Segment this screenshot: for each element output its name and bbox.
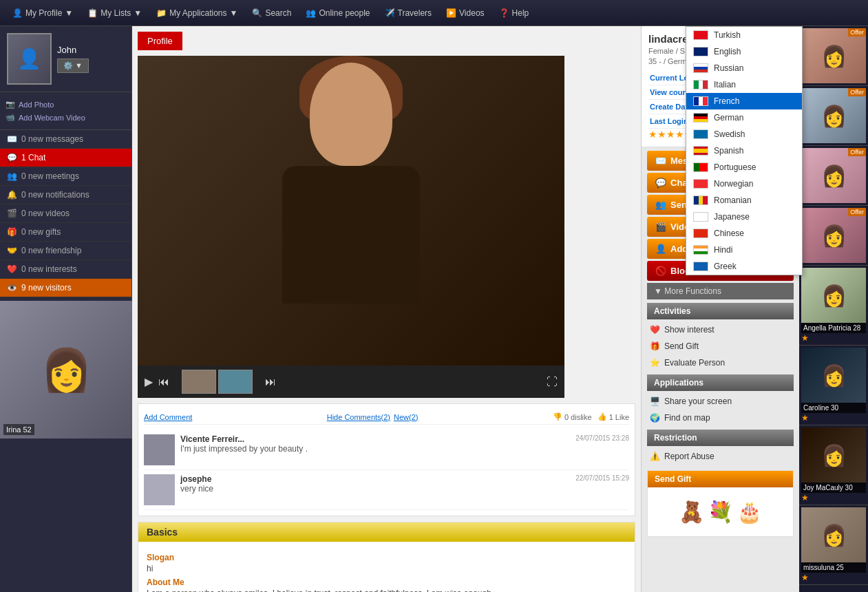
slogan-label: Slogan (147, 553, 626, 562)
lang-romanian[interactable]: Romanian (686, 192, 802, 209)
ad-item-5[interactable]: 👩 Angella Patricia 28 ★ (799, 266, 868, 346)
play-button[interactable]: ▶ (145, 375, 153, 388)
lang-turkish[interactable]: Turkish (686, 27, 802, 43)
ad-label-6: Caroline 30 (801, 403, 866, 413)
more-functions-bar[interactable]: ▼ More Functions (647, 283, 794, 299)
ad-item-8[interactable]: 👩 missuluna 25 ★ (799, 505, 868, 585)
sidebar-videos[interactable]: 🎬 0 new videos (0, 204, 131, 223)
nav-search[interactable]: 🔍 Search (246, 6, 297, 21)
lang-italian[interactable]: Italian (686, 76, 802, 93)
skip-forward-button[interactable]: ⏭ (265, 376, 276, 388)
thumbnail-strip (182, 370, 253, 394)
flag-french (693, 96, 708, 106)
sidebar-actions: 📷 Add Photo 📹 Add Webcam Video (0, 92, 131, 130)
ad-item-4[interactable]: 👩 Offer (799, 206, 868, 266)
sidebar-friendship[interactable]: 🤝 0 new friendship (0, 242, 131, 260)
skip-back-button[interactable]: ⏮ (158, 376, 169, 388)
nav-travelers[interactable]: ✈️ Travelers (379, 6, 438, 21)
sidebar-messages[interactable]: ✉️ 0 new messages (0, 130, 131, 149)
share-screen-item[interactable]: 🖥️ Share your screen (642, 393, 799, 410)
gift-item-2[interactable]: 💐 (708, 500, 733, 524)
lang-german[interactable]: German (686, 109, 802, 126)
language-dropdown: Turkish English Russian Italian French G… (686, 26, 803, 275)
ad-photo-4: 👩 (801, 208, 866, 263)
sidebar-chat[interactable]: 💬 1 Chat (0, 149, 131, 167)
ad-item-1[interactable]: 👩 Offer (799, 26, 868, 86)
find-on-map-item[interactable]: 🌍 Find on map (642, 410, 799, 426)
gifts-icon: 🎁 (7, 227, 17, 237)
new-comments-link[interactable]: New(2) (394, 413, 418, 421)
thumb-2[interactable] (218, 370, 253, 394)
like-button[interactable]: 👍 1 Like (597, 412, 629, 421)
sidebar-photo[interactable]: 👩 Irina 52 (0, 301, 131, 438)
add-photo-link[interactable]: 📷 Add Photo (6, 98, 126, 111)
profile-tab[interactable]: Profile (138, 32, 182, 50)
comment-section: Add Comment Hide Comments(2) New(2) 👎 0 … (138, 403, 635, 516)
flag-russian (693, 63, 708, 73)
settings-button[interactable]: ⚙️ ▼ (57, 59, 89, 73)
nav-my-lists[interactable]: 📋 My Lists ▼ (82, 6, 147, 21)
gift-icons: 🧸 💐 🎂 (653, 493, 787, 531)
nav-my-applications[interactable]: 📁 My Applications ▼ (151, 6, 243, 21)
video-area: ▶ ⏮ ⏭ ⛶ (138, 56, 564, 398)
nav-help[interactable]: ❓ Help (494, 6, 535, 21)
gift-item-1[interactable]: 🧸 (679, 500, 704, 524)
show-interest-item[interactable]: ❤️ Show interest (642, 321, 799, 338)
fullscreen-button[interactable]: ⛶ (547, 376, 558, 388)
gift-item-3[interactable]: 🎂 (737, 500, 762, 524)
ad-item-6[interactable]: 👩 Caroline 30 ★ (799, 346, 868, 425)
evaluate-person-item[interactable]: ⭐ Evaluate Person (642, 355, 799, 371)
nav-videos[interactable]: ▶️ Videos (441, 6, 489, 21)
lang-french[interactable]: French (686, 93, 802, 109)
sidebar-menu: ✉️ 0 new messages 💬 1 Chat 👥 0 new meeti… (0, 130, 131, 297)
lang-portuguese[interactable]: Portuguese (686, 159, 802, 176)
sidebar-gifts[interactable]: 🎁 0 new gifts (0, 223, 131, 242)
lang-swedish[interactable]: Swedish (686, 126, 802, 142)
flag-english (693, 47, 708, 56)
sidebar-interests[interactable]: ❤️ 0 new interests (0, 260, 131, 279)
sidebar-person-photo: 👩 (0, 301, 132, 438)
friendship-icon: 🤝 (7, 246, 17, 255)
lang-hindi[interactable]: Hindi (686, 242, 802, 258)
flag-chinese (693, 229, 708, 238)
sidebar-visitors[interactable]: 👁️ 9 new visitors (0, 279, 131, 297)
sidebar-notifications[interactable]: 🔔 0 new notifications (0, 186, 131, 204)
send-gift-item[interactable]: 🎁 Send Gift (642, 338, 799, 355)
lang-english[interactable]: English (686, 43, 802, 60)
lang-norwegian[interactable]: Norwegian (686, 176, 802, 192)
ad-label-5: Angella Patricia 28 (801, 323, 866, 333)
evaluate-icon: ⭐ (650, 358, 660, 368)
hide-comments-link[interactable]: Hide Comments(2) (327, 413, 390, 421)
send-gift-box: Send Gift 🧸 💐 🎂 (647, 470, 794, 537)
add-friend-btn-icon: 👤 (655, 244, 666, 254)
sidebar-photo-label: Irina 52 (3, 424, 34, 435)
ad-photo-2: 👩 (801, 88, 866, 143)
lang-spanish[interactable]: Spanish (686, 142, 802, 159)
add-webcam-link[interactable]: 📹 Add Webcam Video (6, 111, 126, 124)
avatar-image: 👤 (8, 33, 50, 85)
add-comment-link[interactable]: Add Comment (144, 413, 192, 421)
user-info: John ⚙️ ▼ (57, 45, 89, 73)
dislike-button[interactable]: 👎 0 dislike (553, 412, 592, 421)
lang-chinese[interactable]: Chinese (686, 225, 802, 242)
commenter-avatar-1 (144, 434, 175, 465)
username-label: John (57, 45, 89, 55)
ad-item-2[interactable]: 👩 Offer (799, 86, 868, 146)
lang-greek[interactable]: Greek (686, 258, 802, 275)
ad-item-3[interactable]: 👩 Offer (799, 146, 868, 206)
nav-online-people[interactable]: 👥 Online people (300, 6, 375, 21)
ad-photo-6: 👩 (801, 348, 866, 403)
nav-my-profile[interactable]: 👤 My Profile ▼ (7, 6, 78, 21)
lang-japanese[interactable]: Japanese (686, 209, 802, 225)
ad-photo-5: 👩 (801, 268, 866, 323)
message-btn-icon: ✉️ (655, 156, 666, 166)
flag-hindi (693, 245, 708, 255)
ad-star-6: ★ (801, 413, 809, 423)
report-abuse-item[interactable]: ⚠️ Report Abuse (642, 448, 799, 465)
ad-photo-3: 👩 (801, 148, 866, 203)
ad-item-7[interactable]: 👩 Joy MaCauly 30 ★ (799, 425, 868, 505)
ad-photo-1: 👩 (801, 28, 866, 83)
lang-russian[interactable]: Russian (686, 60, 802, 76)
sidebar-meetings[interactable]: 👥 0 new meetings (0, 167, 131, 186)
thumb-1[interactable] (182, 370, 216, 394)
